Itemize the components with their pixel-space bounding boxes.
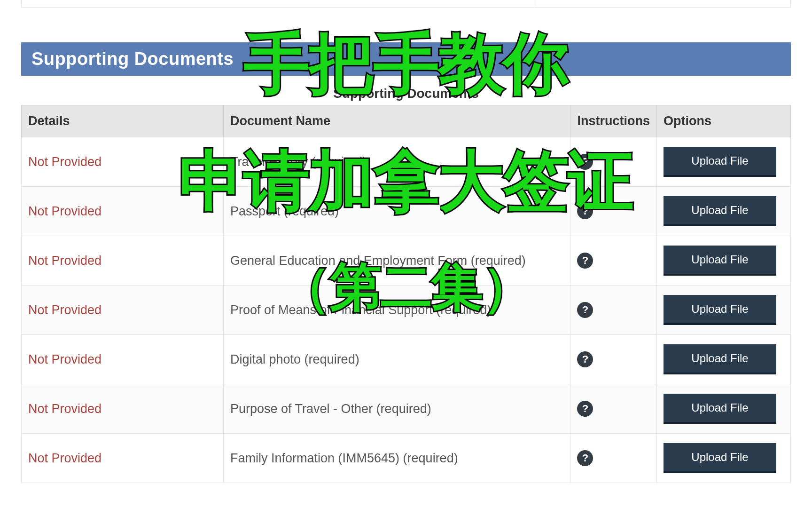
options-cell: Upload File bbox=[657, 236, 791, 286]
table-row: Not ProvidedGeneral Education and Employ… bbox=[22, 236, 791, 286]
details-cell: Not Provided bbox=[22, 434, 224, 483]
details-cell: Not Provided bbox=[22, 384, 224, 434]
upload-file-button[interactable]: Upload File bbox=[664, 147, 776, 177]
table-row: Not ProvidedDigital photo (required)?Upl… bbox=[22, 335, 791, 384]
top-table-fragment bbox=[21, 0, 791, 8]
col-header-details: Details bbox=[22, 105, 224, 137]
docname-cell: General Education and Employment Form (r… bbox=[224, 236, 570, 286]
options-cell: Upload File bbox=[657, 187, 791, 236]
section-header: Supporting Documents bbox=[21, 42, 791, 76]
table-header-row: Details Document Name Instructions Optio… bbox=[22, 105, 791, 137]
docname-cell: Family Information (IMM5645) (required) bbox=[224, 434, 570, 483]
docname-text: Passport (required) bbox=[230, 204, 339, 218]
help-icon[interactable]: ? bbox=[577, 154, 593, 170]
upload-file-button[interactable]: Upload File bbox=[664, 344, 776, 374]
table-row: Not ProvidedPassport (required)?Upload F… bbox=[22, 187, 791, 236]
details-text: Not Provided bbox=[28, 303, 102, 317]
upload-file-button[interactable]: Upload File bbox=[664, 246, 776, 276]
docname-cell: Passport (required) bbox=[224, 187, 570, 236]
upload-file-button[interactable]: Upload File bbox=[664, 196, 776, 226]
instructions-cell: ? bbox=[570, 286, 657, 335]
help-icon[interactable]: ? bbox=[577, 253, 593, 269]
docname-text: Proof of Means of Financial Support (req… bbox=[230, 303, 491, 317]
content-wrap: Supporting Documents Supporting Document… bbox=[0, 0, 812, 483]
details-cell: Not Provided bbox=[22, 137, 224, 187]
docname-text: Digital photo (required) bbox=[230, 352, 359, 366]
fragment-divider bbox=[534, 0, 534, 7]
docname-text: General Education and Employment Form (r… bbox=[230, 254, 526, 268]
col-header-instructions: Instructions bbox=[570, 105, 657, 137]
table-row: Not ProvidedFamily Information (IMM5645)… bbox=[22, 434, 791, 483]
details-cell: Not Provided bbox=[22, 335, 224, 384]
instructions-cell: ? bbox=[570, 384, 657, 434]
instructions-cell: ? bbox=[570, 187, 657, 236]
table-caption: Supporting Documents bbox=[21, 76, 791, 105]
docname-text: Travel History (required) bbox=[230, 155, 367, 169]
details-cell: Not Provided bbox=[22, 236, 224, 286]
col-header-options: Options bbox=[657, 105, 791, 137]
help-icon[interactable]: ? bbox=[577, 401, 593, 417]
docname-text: Family Information (IMM5645) (required) bbox=[230, 451, 458, 465]
col-header-docname: Document Name bbox=[224, 105, 570, 137]
options-cell: Upload File bbox=[657, 434, 791, 483]
docname-text: Purpose of Travel - Other (required) bbox=[230, 402, 431, 416]
details-text: Not Provided bbox=[28, 254, 102, 268]
upload-file-button[interactable]: Upload File bbox=[664, 394, 776, 424]
supporting-documents-table: Details Document Name Instructions Optio… bbox=[21, 105, 791, 483]
instructions-cell: ? bbox=[570, 434, 657, 483]
details-text: Not Provided bbox=[28, 204, 102, 218]
details-text: Not Provided bbox=[28, 402, 102, 416]
details-text: Not Provided bbox=[28, 352, 102, 366]
details-text: Not Provided bbox=[28, 155, 102, 169]
options-cell: Upload File bbox=[657, 384, 791, 434]
table-row: Not ProvidedProof of Means of Financial … bbox=[22, 286, 791, 335]
help-icon[interactable]: ? bbox=[577, 450, 593, 466]
options-cell: Upload File bbox=[657, 137, 791, 187]
details-cell: Not Provided bbox=[22, 286, 224, 335]
table-row: Not ProvidedPurpose of Travel - Other (r… bbox=[22, 384, 791, 434]
instructions-cell: ? bbox=[570, 137, 657, 187]
details-cell: Not Provided bbox=[22, 187, 224, 236]
upload-file-button[interactable]: Upload File bbox=[664, 443, 776, 473]
help-icon[interactable]: ? bbox=[577, 351, 593, 367]
options-cell: Upload File bbox=[657, 335, 791, 384]
help-icon[interactable]: ? bbox=[577, 203, 593, 219]
details-text: Not Provided bbox=[28, 451, 102, 465]
options-cell: Upload File bbox=[657, 286, 791, 335]
instructions-cell: ? bbox=[570, 236, 657, 286]
instructions-cell: ? bbox=[570, 335, 657, 384]
docname-cell: Proof of Means of Financial Support (req… bbox=[224, 286, 570, 335]
docname-cell: Travel History (required) bbox=[224, 137, 570, 187]
docname-cell: Digital photo (required) bbox=[224, 335, 570, 384]
help-icon[interactable]: ? bbox=[577, 302, 593, 318]
upload-file-button[interactable]: Upload File bbox=[664, 295, 776, 325]
table-row: Not ProvidedTravel History (required)?Up… bbox=[22, 137, 791, 187]
docname-cell: Purpose of Travel - Other (required) bbox=[224, 384, 570, 434]
